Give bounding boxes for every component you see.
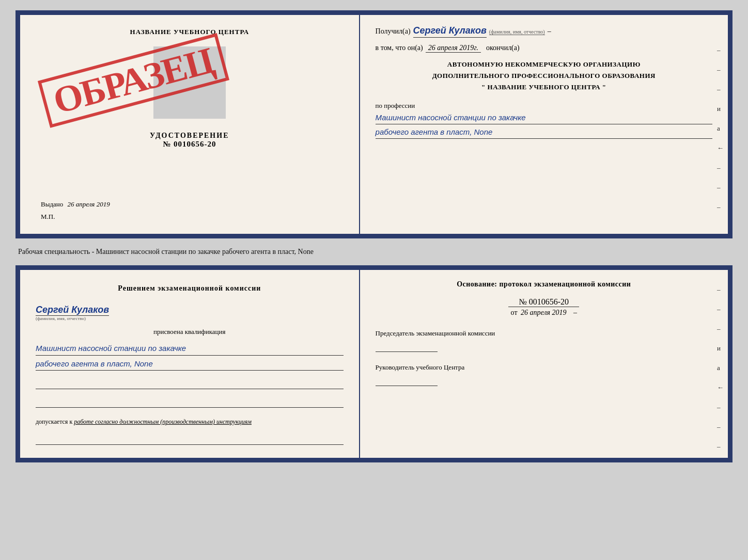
rukovoditel-sign-line (376, 376, 438, 386)
date-row: в том, что он(а) 26 апреля 2019г. окончи… (376, 44, 712, 53)
org-block: АВТОНОМНУЮ НЕКОММЕРЧЕСКУЮ ОРГАНИЗАЦИЮ ДО… (376, 59, 712, 93)
commission-title: Решением экзаменационной комиссии (36, 283, 344, 294)
person-name: Сергей Кулаков (36, 305, 109, 316)
bottom-document: Решением экзаменационной комиссии Сергей… (15, 265, 733, 462)
person-name-block: Сергей Кулаков (фамилия, имя, отчество) (36, 302, 344, 321)
bottom-right-panel: Основание: протокол экзаменационной коми… (360, 270, 728, 458)
mp-row: М.П. (41, 213, 55, 221)
protocol-block: № 0010656-20 от 26 апреля 2019 – (376, 295, 712, 317)
kvali-block: Машинист насосной станции по закачке раб… (36, 340, 344, 371)
rukovoditel-block: Руководитель учебного Центра (376, 362, 712, 386)
stamp-placeholder (153, 46, 226, 119)
fio-sub-bot: (фамилия, имя, отчество) (36, 316, 344, 321)
blank-line-1 (36, 379, 344, 389)
top-document: НАЗВАНИЕ УЧЕБНОГО ЦЕНТРА УДОСТОВЕРЕНИЕ №… (15, 10, 733, 238)
certificate-right-panel: Получил(а) Сергей Кулаков (фамилия, имя,… (360, 15, 728, 234)
blank-line-2 (36, 397, 344, 408)
dopuskaetsya-block: допускается к работе согласно должностны… (36, 417, 344, 426)
certificate-left-panel: НАЗВАНИЕ УЧЕБНОГО ЦЕНТРА УДОСТОВЕРЕНИЕ №… (20, 15, 360, 234)
protocol-number: № 0010656-20 (508, 297, 579, 307)
kvali-line1: Машинист насосной станции по закачке (36, 342, 344, 356)
profession-block: по профессии Машинист насосной станции п… (376, 102, 712, 139)
recipient-name: Сергей Кулаков (413, 25, 487, 38)
fio-hint-top: (фамилия, имя, отчество) (489, 29, 545, 35)
bottom-left-panel: Решением экзаменационной комиссии Сергей… (20, 270, 360, 458)
date-value: 26 апреля 2019г. (426, 44, 481, 53)
predsedatel-sign-line (376, 342, 438, 352)
profession-line1: Машинист насосной станции по закачке (376, 111, 712, 124)
udostoverenie-label: УДОСТОВЕРЕНИЕ (150, 132, 229, 140)
kvali-line2: рабочего агента в пласт, None (36, 357, 344, 371)
separator-text: Рабочая специальность - Машинист насосно… (15, 244, 733, 260)
dopuskaetsya-value: работе согласно должностным (производств… (74, 418, 252, 425)
bottom-right-margin-dashes: – – – и а ← – – – (717, 285, 724, 451)
osnovaniye-label: Основание: протокол экзаменационной коми… (376, 280, 712, 289)
profession-line2: рабочего агента в пласт, None (376, 126, 712, 139)
recipient-row: Получил(а) Сергей Кулаков (фамилия, имя,… (376, 25, 712, 38)
udostoverenie-block: УДОСТОВЕРЕНИЕ № 0010656-20 (150, 132, 229, 149)
vydano-row: Выдано 26 апреля 2019 (41, 200, 110, 209)
kvalifikaciya-label: присвоена квалификация (36, 328, 344, 336)
right-margin-dashes: – – – и а ← – – – (717, 46, 724, 211)
blank-line-3 (36, 435, 344, 445)
udostoverenie-number: № 0010656-20 (150, 140, 229, 149)
ot-date: 26 апреля 2019 (521, 309, 566, 316)
ot-row: от 26 апреля 2019 – (511, 309, 577, 317)
predsedatel-block: Председатель экзаменационной комиссии (376, 328, 712, 352)
top-left-title: НАЗВАНИЕ УЧЕБНОГО ЦЕНТРА (130, 28, 250, 36)
